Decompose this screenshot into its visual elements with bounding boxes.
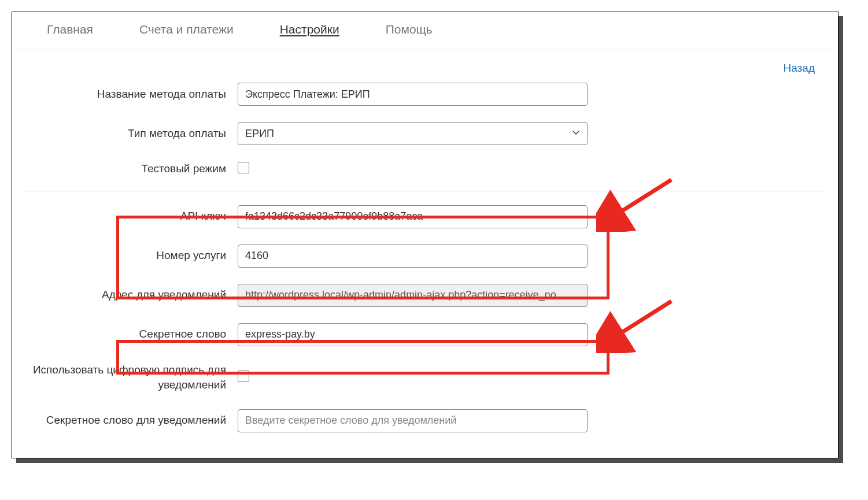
form-section: Название метода оплаты Тип метода оплаты… <box>12 75 838 458</box>
row-service-number: Номер услуги <box>24 236 826 276</box>
checkbox-digital-signature[interactable] <box>238 371 249 382</box>
tab-main[interactable]: Главная <box>47 18 93 41</box>
tab-invoices[interactable]: Счета и платежи <box>139 18 234 41</box>
input-notification-url[interactable] <box>238 284 588 307</box>
back-link-container: Назад <box>12 50 838 75</box>
input-payment-method-name[interactable] <box>238 83 588 106</box>
label-secret-word-notifications: Секретное слово для уведомлений <box>24 413 238 428</box>
nav-tabs: Главная Счета и платежи Настройки Помощь <box>12 12 838 50</box>
label-secret-word: Секретное слово <box>24 327 238 342</box>
label-payment-method-name: Название метода оплаты <box>24 87 238 102</box>
row-digital-signature: Использовать цифровую подпись для уведом… <box>24 354 826 401</box>
label-notification-url: Адрес для уведомлений <box>24 287 238 303</box>
label-api-key: API ключ <box>24 209 238 224</box>
row-payment-method-name: Название метода оплаты <box>24 75 826 114</box>
tab-settings[interactable]: Настройки <box>280 18 339 41</box>
checkbox-test-mode[interactable] <box>238 162 249 173</box>
row-notification-url: Адрес для уведомлений <box>24 276 826 315</box>
input-secret-word-notifications[interactable] <box>238 409 588 432</box>
input-secret-word[interactable] <box>238 323 588 346</box>
label-digital-signature: Использовать цифровую подпись для уведом… <box>24 362 238 393</box>
input-service-number[interactable] <box>238 245 588 268</box>
label-test-mode: Тестовый режим <box>24 161 238 177</box>
input-api-key[interactable] <box>238 205 588 228</box>
divider <box>24 191 826 191</box>
row-payment-method-type: Тип метода оплаты ЕРИП <box>24 114 826 153</box>
back-link[interactable]: Назад <box>784 62 815 74</box>
row-test-mode: Тестовый режим <box>24 153 826 185</box>
label-service-number: Номер услуги <box>24 248 238 264</box>
tab-help[interactable]: Помощь <box>386 18 433 41</box>
row-api-key: API ключ <box>24 197 826 236</box>
select-payment-method-type[interactable]: ЕРИП <box>238 122 588 145</box>
label-payment-method-type: Тип метода оплаты <box>24 126 238 142</box>
row-secret-word: Секретное слово <box>24 315 826 354</box>
settings-window: Главная Счета и платежи Настройки Помощь… <box>12 12 839 458</box>
row-secret-word-notifications: Секретное слово для уведомлений <box>24 401 826 440</box>
